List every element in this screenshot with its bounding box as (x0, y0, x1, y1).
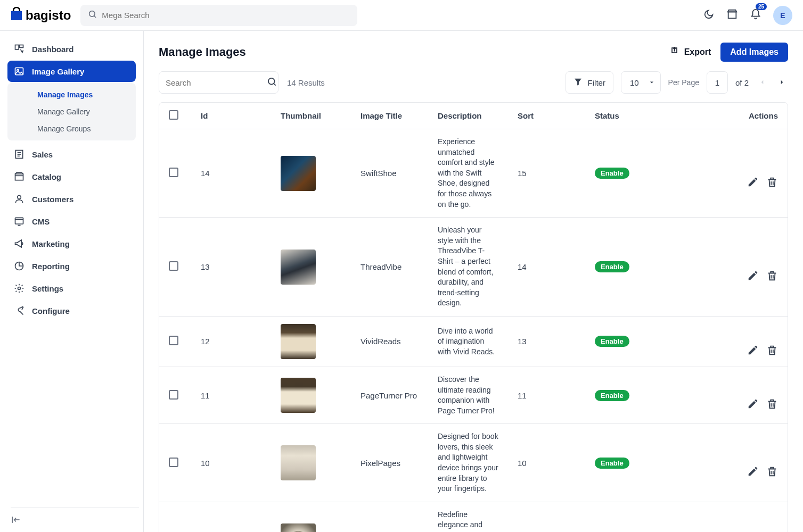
customers-icon (14, 194, 24, 204)
svg-rect-3 (15, 45, 19, 49)
content: Manage Images Export Add Images 14 Resul… (144, 31, 803, 532)
sales-icon (14, 149, 24, 160)
thumbnail-image (281, 523, 316, 532)
sidebar-item-cms[interactable]: CMS (7, 211, 136, 232)
delete-icon[interactable] (766, 176, 778, 189)
cell-id: 10 (191, 424, 271, 502)
search-icon (88, 10, 97, 21)
edit-icon[interactable] (747, 176, 759, 189)
delete-icon[interactable] (766, 398, 778, 411)
cell-id: 11 (191, 367, 271, 423)
header-status[interactable]: Status (585, 103, 708, 129)
cell-sort: 11 (508, 367, 585, 423)
image-icon (14, 66, 24, 77)
cell-sort: 13 (508, 316, 585, 367)
sidebar-collapse[interactable] (11, 508, 139, 527)
filter-button[interactable]: Filter (566, 71, 613, 94)
thumbnail-image (281, 445, 316, 480)
sidebar-item-sales[interactable]: Sales (7, 144, 136, 165)
edit-icon[interactable] (747, 398, 759, 411)
row-checkbox[interactable] (169, 261, 178, 271)
page-current[interactable]: 1 (707, 71, 728, 94)
mega-search[interactable] (80, 5, 357, 26)
sidebar-item-label: Catalog (32, 172, 61, 181)
sidebar-item-marketing[interactable]: Marketing (7, 233, 136, 254)
sidebar-item-label: Sales (32, 150, 53, 159)
dark-mode-icon[interactable] (703, 9, 715, 22)
mega-search-input[interactable] (102, 11, 350, 20)
table-search[interactable] (159, 71, 278, 94)
bell-icon[interactable]: 25 (750, 9, 761, 22)
svg-rect-11 (15, 174, 23, 180)
cell-description: Designed for book lovers, this sleek and… (428, 424, 508, 502)
export-button[interactable]: Export (670, 46, 711, 58)
row-checkbox[interactable] (169, 168, 178, 177)
sidebar-item-label: Customers (32, 195, 73, 204)
delete-icon[interactable] (766, 466, 778, 479)
header-id[interactable]: Id (191, 103, 271, 129)
reporting-icon (14, 261, 24, 271)
edit-icon[interactable] (747, 270, 759, 283)
cell-id: 13 (191, 218, 271, 317)
sidebar-item-settings[interactable]: Settings (7, 278, 136, 299)
table-row: 11PageTurner ProDiscover the ultimate re… (159, 367, 788, 423)
sidebar-item-catalog[interactable]: Catalog (7, 166, 136, 187)
thumbnail-image (281, 156, 316, 191)
sidebar-item-configure[interactable]: Configure (7, 300, 136, 321)
svg-point-19 (268, 78, 275, 84)
thumbnail-image (281, 324, 316, 359)
bag-icon (11, 7, 22, 24)
table-row: 13ThreadVibeUnleash your style with the … (159, 218, 788, 317)
sidebar-item-reporting[interactable]: Reporting (7, 255, 136, 277)
header-sort[interactable]: Sort (508, 103, 585, 129)
page-of: of 2 (735, 78, 749, 87)
marketing-icon (14, 238, 24, 249)
header-thumbnail[interactable]: Thumbnail (271, 103, 351, 129)
cell-title: ThreadVibe (351, 218, 428, 317)
page-prev-icon[interactable] (756, 78, 768, 87)
search-icon (267, 77, 277, 89)
row-checkbox[interactable] (169, 336, 178, 345)
svg-line-2 (94, 16, 96, 18)
filter-label: Filter (588, 78, 605, 87)
cell-sort: 14 (508, 218, 585, 317)
logo[interactable]: bagisto (11, 7, 71, 24)
svg-rect-14 (15, 218, 23, 224)
sidebar-subitem-manage-images[interactable]: Manage Images (7, 86, 136, 103)
add-images-button[interactable]: Add Images (720, 43, 788, 62)
cell-title: SwiftShoe (351, 129, 428, 218)
delete-icon[interactable] (766, 344, 778, 358)
svg-rect-4 (20, 45, 23, 48)
sidebar-subitem-manage-gallery[interactable]: Manage Gallery (7, 103, 136, 120)
page-size-select[interactable]: 10 (621, 71, 661, 94)
header-actions: Actions (708, 103, 788, 129)
page-next-icon[interactable] (776, 78, 788, 87)
sidebar-item-customers[interactable]: Customers (7, 188, 136, 210)
cell-id: 12 (191, 316, 271, 367)
thumbnail-image (281, 378, 316, 413)
select-all-checkbox[interactable] (169, 110, 178, 120)
cell-description: Discover the ultimate reading companion … (428, 367, 508, 423)
svg-point-1 (89, 11, 95, 17)
sidebar-item-dashboard[interactable]: Dashboard (7, 38, 136, 60)
catalog-icon (14, 171, 24, 182)
result-count: 14 Results (287, 78, 325, 87)
svg-rect-0 (11, 11, 22, 20)
topbar: bagisto 25 E (0, 0, 803, 31)
header-actions: Export Add Images (670, 43, 788, 62)
status-badge: Enable (595, 390, 629, 401)
sidebar-subitem-manage-groups[interactable]: Manage Groups (7, 120, 136, 137)
edit-icon[interactable] (747, 344, 759, 358)
header-description[interactable]: Description (428, 103, 508, 129)
sidebar-item-image-gallery[interactable]: Image Gallery (7, 61, 136, 82)
row-checkbox[interactable] (169, 390, 178, 400)
store-icon[interactable] (726, 9, 738, 22)
row-checkbox[interactable] (169, 458, 178, 467)
table-search-input[interactable] (166, 78, 267, 87)
page-size-value: 10 (630, 78, 639, 87)
header-image-title[interactable]: Image Title (351, 103, 428, 129)
avatar[interactable]: E (773, 6, 792, 25)
delete-icon[interactable] (766, 270, 778, 283)
edit-icon[interactable] (747, 466, 759, 479)
export-label: Export (684, 47, 711, 57)
